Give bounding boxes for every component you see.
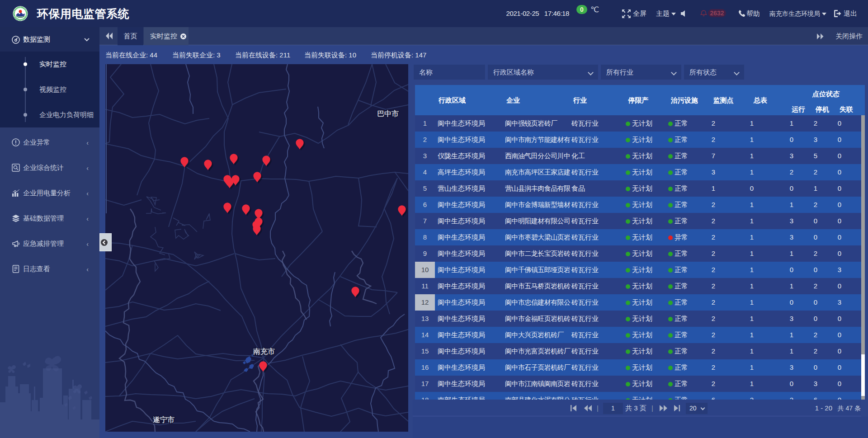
svg-text:巴中市: 巴中市 (377, 109, 399, 118)
svg-text:遂宁市: 遂宁市 (152, 415, 175, 424)
svg-text:南充市: 南充市 (253, 347, 275, 355)
